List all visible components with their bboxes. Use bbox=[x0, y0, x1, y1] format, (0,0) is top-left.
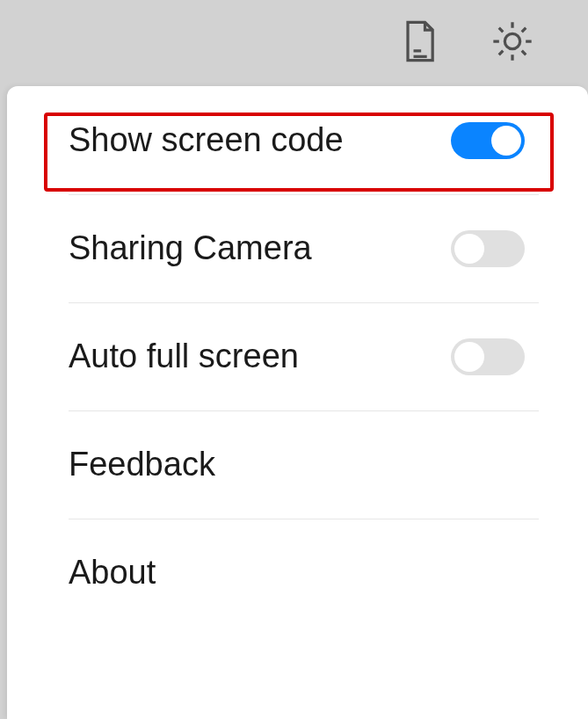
toolbar bbox=[0, 0, 588, 86]
setting-auto-full-screen[interactable]: Auto full screen bbox=[7, 302, 588, 410]
svg-point-0 bbox=[505, 33, 519, 48]
setting-label: Show screen code bbox=[69, 121, 344, 159]
document-icon[interactable] bbox=[396, 18, 442, 68]
setting-label: Feedback bbox=[69, 446, 215, 483]
setting-about[interactable]: About bbox=[7, 519, 588, 627]
setting-label: Sharing Camera bbox=[69, 229, 312, 267]
setting-show-screen-code[interactable]: Show screen code bbox=[7, 86, 588, 194]
toggle-show-screen-code[interactable] bbox=[451, 122, 525, 159]
gear-icon[interactable] bbox=[490, 18, 535, 68]
setting-label: Auto full screen bbox=[69, 338, 299, 375]
setting-feedback[interactable]: Feedback bbox=[7, 410, 588, 519]
toggle-sharing-camera[interactable] bbox=[451, 230, 525, 267]
toggle-auto-full-screen[interactable] bbox=[451, 338, 525, 375]
settings-panel: Show screen code Sharing Camera Auto ful… bbox=[7, 86, 588, 719]
setting-label: About bbox=[69, 554, 156, 592]
setting-sharing-camera[interactable]: Sharing Camera bbox=[7, 194, 588, 302]
